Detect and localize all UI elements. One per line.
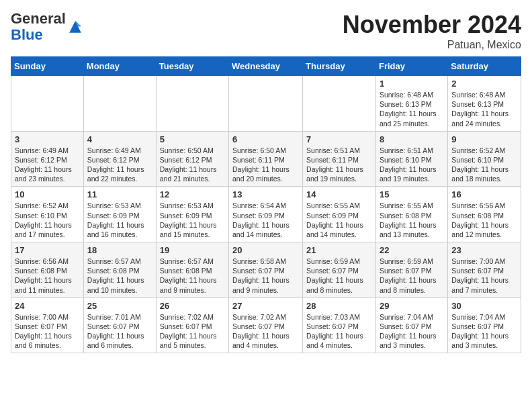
week-row-0: 1Sunrise: 6:48 AMSunset: 6:13 PMDaylight… xyxy=(11,76,521,132)
week-row-3: 17Sunrise: 6:56 AMSunset: 6:08 PMDayligh… xyxy=(11,242,521,298)
day-number: 14 xyxy=(306,189,372,199)
day-cell: 8Sunrise: 6:51 AMSunset: 6:10 PMDaylight… xyxy=(375,131,447,187)
svg-marker-0 xyxy=(69,21,81,33)
day-content: Daylight: 11 hours and 9 minutes. xyxy=(160,275,225,294)
day-content: Daylight: 11 hours and 18 minutes. xyxy=(451,165,517,183)
day-content: Sunset: 6:07 PM xyxy=(451,322,517,331)
day-cell: 29Sunrise: 7:04 AMSunset: 6:07 PMDayligh… xyxy=(375,298,447,353)
day-cell: 28Sunrise: 7:03 AMSunset: 6:07 PMDayligh… xyxy=(303,298,376,353)
day-content: Sunrise: 7:01 AM xyxy=(87,312,152,322)
week-row-2: 10Sunrise: 6:52 AMSunset: 6:10 PMDayligh… xyxy=(11,187,521,242)
day-content: Sunset: 6:08 PM xyxy=(160,266,225,275)
day-content: Daylight: 11 hours and 3 minutes. xyxy=(451,331,517,350)
day-content: Sunset: 6:07 PM xyxy=(380,322,444,331)
day-number: 12 xyxy=(160,189,225,199)
day-content: Sunrise: 6:52 AM xyxy=(451,146,517,155)
day-cell: 19Sunrise: 6:57 AMSunset: 6:08 PMDayligh… xyxy=(156,242,228,298)
day-content: Sunset: 6:08 PM xyxy=(15,266,80,275)
day-number: 1 xyxy=(380,79,444,89)
day-cell: 10Sunrise: 6:52 AMSunset: 6:10 PMDayligh… xyxy=(11,187,84,242)
day-content: Sunrise: 6:51 AM xyxy=(380,146,444,155)
day-content: Sunrise: 7:02 AM xyxy=(232,312,299,322)
day-cell: 21Sunrise: 6:59 AMSunset: 6:07 PMDayligh… xyxy=(303,242,376,298)
day-content: Daylight: 11 hours and 24 minutes. xyxy=(451,109,517,128)
day-content: Sunset: 6:10 PM xyxy=(15,211,80,220)
day-number: 2 xyxy=(451,79,517,89)
day-cell: 12Sunrise: 6:53 AMSunset: 6:09 PMDayligh… xyxy=(156,187,228,242)
col-header-saturday: Saturday xyxy=(448,57,521,76)
day-cell xyxy=(156,76,228,132)
day-cell: 20Sunrise: 6:58 AMSunset: 6:07 PMDayligh… xyxy=(229,242,303,298)
day-content: Sunrise: 6:49 AM xyxy=(87,146,152,155)
day-number: 20 xyxy=(232,245,299,255)
day-content: Sunset: 6:12 PM xyxy=(15,155,80,165)
day-number: 7 xyxy=(306,134,372,144)
day-cell: 15Sunrise: 6:55 AMSunset: 6:08 PMDayligh… xyxy=(375,187,447,242)
day-cell: 30Sunrise: 7:04 AMSunset: 6:07 PMDayligh… xyxy=(448,298,521,353)
day-content: Sunrise: 6:53 AM xyxy=(160,201,225,210)
day-content: Daylight: 11 hours and 6 minutes. xyxy=(87,331,152,350)
day-content: Sunset: 6:07 PM xyxy=(232,322,299,331)
day-content: Daylight: 11 hours and 8 minutes. xyxy=(380,275,444,294)
day-content: Daylight: 11 hours and 7 minutes. xyxy=(451,275,517,294)
logo-general-text: General xyxy=(11,10,66,27)
day-cell xyxy=(11,76,84,132)
day-cell xyxy=(229,76,303,132)
day-content: Sunrise: 6:55 AM xyxy=(306,201,372,210)
day-content: Sunrise: 6:55 AM xyxy=(380,201,444,210)
day-content: Sunrise: 6:57 AM xyxy=(87,257,152,266)
day-content: Sunset: 6:09 PM xyxy=(306,211,372,220)
day-number: 17 xyxy=(15,245,80,255)
day-content: Sunrise: 6:59 AM xyxy=(306,257,372,266)
day-content: Sunset: 6:10 PM xyxy=(380,155,444,165)
day-content: Daylight: 11 hours and 6 minutes. xyxy=(15,331,80,350)
day-number: 4 xyxy=(87,134,152,144)
day-number: 21 xyxy=(306,245,372,255)
day-number: 28 xyxy=(306,301,372,311)
day-content: Daylight: 11 hours and 14 minutes. xyxy=(232,220,299,239)
week-row-4: 24Sunrise: 7:00 AMSunset: 6:07 PMDayligh… xyxy=(11,298,521,353)
day-cell: 4Sunrise: 6:49 AMSunset: 6:12 PMDaylight… xyxy=(83,131,156,187)
col-header-friday: Friday xyxy=(375,57,447,76)
day-cell: 7Sunrise: 6:51 AMSunset: 6:11 PMDaylight… xyxy=(303,131,376,187)
day-content: Sunset: 6:13 PM xyxy=(451,99,517,109)
day-content: Daylight: 11 hours and 15 minutes. xyxy=(160,220,225,239)
day-content: Daylight: 11 hours and 16 minutes. xyxy=(87,220,152,239)
day-cell: 18Sunrise: 6:57 AMSunset: 6:08 PMDayligh… xyxy=(83,242,156,298)
title-block: November 2024 Patuan, Mexico xyxy=(343,11,521,51)
day-number: 9 xyxy=(451,134,517,144)
day-content: Sunrise: 6:51 AM xyxy=(306,146,372,155)
day-number: 22 xyxy=(380,245,444,255)
day-content: Sunrise: 6:57 AM xyxy=(160,257,225,266)
day-cell: 25Sunrise: 7:01 AMSunset: 6:07 PMDayligh… xyxy=(83,298,156,353)
day-content: Sunset: 6:08 PM xyxy=(451,211,517,220)
day-content: Sunrise: 6:53 AM xyxy=(87,201,152,210)
day-content: Daylight: 11 hours and 8 minutes. xyxy=(306,275,372,294)
day-content: Sunrise: 7:03 AM xyxy=(306,312,372,322)
day-content: Daylight: 11 hours and 5 minutes. xyxy=(160,331,225,350)
day-content: Daylight: 11 hours and 3 minutes. xyxy=(380,331,444,350)
logo-icon xyxy=(67,19,83,35)
month-title: November 2024 xyxy=(343,11,521,39)
col-header-monday: Monday xyxy=(83,57,156,76)
day-cell: 5Sunrise: 6:50 AMSunset: 6:12 PMDaylight… xyxy=(156,131,228,187)
day-number: 19 xyxy=(160,245,225,255)
logo: General Blue xyxy=(11,11,83,43)
day-number: 24 xyxy=(15,301,80,311)
day-content: Sunset: 6:07 PM xyxy=(15,322,80,331)
day-number: 5 xyxy=(160,134,225,144)
day-cell: 9Sunrise: 6:52 AMSunset: 6:10 PMDaylight… xyxy=(448,131,521,187)
day-content: Sunset: 6:07 PM xyxy=(87,322,152,331)
calendar-table: SundayMondayTuesdayWednesdayThursdayFrid… xyxy=(11,56,521,353)
day-content: Daylight: 11 hours and 14 minutes. xyxy=(306,220,372,239)
col-header-sunday: Sunday xyxy=(11,57,84,76)
day-content: Sunrise: 7:04 AM xyxy=(451,312,517,322)
day-content: Sunrise: 6:59 AM xyxy=(380,257,444,266)
day-content: Sunset: 6:09 PM xyxy=(87,211,152,220)
day-content: Daylight: 11 hours and 11 minutes. xyxy=(15,275,80,294)
day-cell: 14Sunrise: 6:55 AMSunset: 6:09 PMDayligh… xyxy=(303,187,376,242)
day-cell: 1Sunrise: 6:48 AMSunset: 6:13 PMDaylight… xyxy=(375,76,447,132)
day-content: Daylight: 11 hours and 4 minutes. xyxy=(306,331,372,350)
day-content: Daylight: 11 hours and 4 minutes. xyxy=(232,331,299,350)
day-content: Daylight: 11 hours and 22 minutes. xyxy=(87,165,152,183)
